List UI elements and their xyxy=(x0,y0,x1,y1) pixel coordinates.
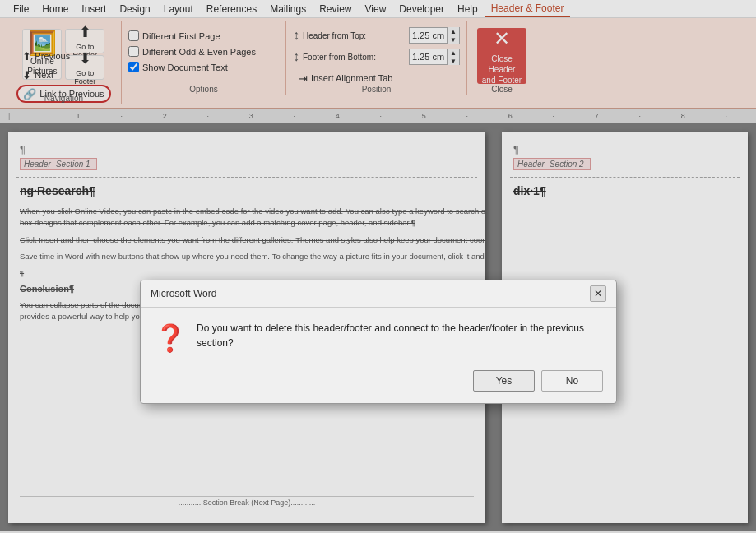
dialog-message: Do you want to delete this header/footer… xyxy=(197,321,603,350)
dialog-title: Microsoft Word xyxy=(151,288,216,299)
microsoft-word-dialog: Microsoft Word ✕ ❓ Do you want to delete… xyxy=(140,280,617,404)
dialog-titlebar: Microsoft Word ✕ xyxy=(141,280,616,308)
dialog-overlay: Microsoft Word ✕ ❓ Do you want to delete… xyxy=(0,0,756,533)
dialog-question-icon: ❓ xyxy=(154,322,187,354)
dialog-yes-button[interactable]: Yes xyxy=(473,370,535,392)
dialog-no-button[interactable]: No xyxy=(541,370,603,392)
dialog-body: ❓ Do you want to delete this header/foot… xyxy=(141,308,616,364)
dialog-buttons: Yes No xyxy=(141,364,616,403)
dialog-close-button[interactable]: ✕ xyxy=(590,285,606,302)
